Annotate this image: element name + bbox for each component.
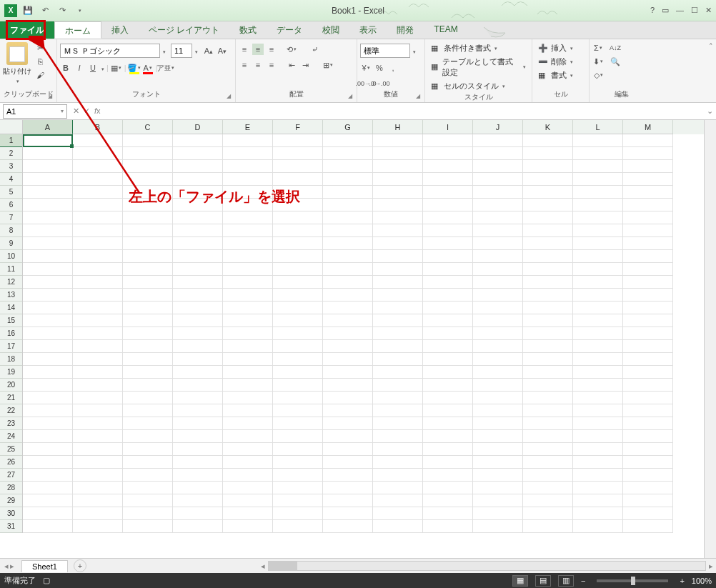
delete-cells-button[interactable]: ➖削除 bbox=[535, 56, 576, 68]
cell[interactable] bbox=[23, 353, 73, 366]
cell[interactable] bbox=[623, 199, 673, 211]
cell[interactable] bbox=[473, 250, 523, 263]
cell[interactable] bbox=[323, 482, 373, 494]
cell[interactable] bbox=[173, 173, 223, 186]
cell[interactable] bbox=[373, 366, 423, 379]
cell[interactable] bbox=[473, 417, 523, 430]
cell[interactable] bbox=[523, 366, 573, 379]
cell[interactable] bbox=[323, 392, 373, 404]
cell[interactable] bbox=[573, 224, 623, 237]
cell[interactable] bbox=[173, 404, 223, 417]
cell[interactable] bbox=[23, 392, 73, 404]
cell[interactable] bbox=[523, 147, 573, 160]
tab-review[interactable]: 校閲 bbox=[312, 21, 349, 39]
cell[interactable] bbox=[273, 417, 323, 430]
cell[interactable] bbox=[73, 379, 123, 392]
cell[interactable] bbox=[323, 456, 373, 469]
cell[interactable] bbox=[523, 353, 573, 366]
cell[interactable] bbox=[423, 366, 473, 379]
fx-icon[interactable]: fx bbox=[94, 106, 101, 116]
row-header[interactable]: 19 bbox=[0, 366, 22, 379]
cell[interactable] bbox=[173, 469, 223, 482]
cell[interactable] bbox=[273, 314, 323, 327]
cell[interactable] bbox=[523, 392, 573, 404]
cell[interactable] bbox=[323, 353, 373, 366]
cell[interactable] bbox=[23, 314, 73, 327]
cell[interactable] bbox=[423, 276, 473, 289]
cell[interactable] bbox=[623, 353, 673, 366]
tab-formulas[interactable]: 数式 bbox=[229, 21, 267, 39]
cell[interactable] bbox=[623, 469, 673, 482]
cell[interactable] bbox=[273, 147, 323, 160]
cell[interactable] bbox=[323, 379, 373, 392]
cell[interactable] bbox=[523, 224, 573, 237]
cell[interactable] bbox=[223, 289, 273, 302]
cell[interactable] bbox=[123, 276, 173, 289]
cell[interactable] bbox=[473, 327, 523, 340]
cell[interactable] bbox=[73, 263, 123, 276]
cell[interactable] bbox=[323, 327, 373, 340]
font-name-combo[interactable] bbox=[60, 44, 160, 58]
bold-button[interactable]: B bbox=[60, 62, 71, 74]
cell[interactable] bbox=[273, 173, 323, 186]
cell[interactable] bbox=[73, 327, 123, 340]
cell[interactable] bbox=[23, 507, 73, 520]
cell[interactable] bbox=[623, 494, 673, 507]
cell[interactable] bbox=[573, 314, 623, 327]
cell[interactable] bbox=[623, 147, 673, 160]
cell[interactable] bbox=[223, 276, 273, 289]
cut-icon[interactable]: ✂ bbox=[34, 42, 46, 54]
accounting-format-icon[interactable]: ¥ bbox=[360, 62, 372, 74]
cell[interactable] bbox=[473, 186, 523, 199]
cell[interactable] bbox=[523, 430, 573, 443]
cell[interactable] bbox=[273, 520, 323, 533]
cell[interactable] bbox=[223, 340, 273, 353]
align-middle-icon[interactable]: ≡ bbox=[252, 44, 264, 55]
cell[interactable] bbox=[523, 302, 573, 314]
cell[interactable] bbox=[623, 224, 673, 237]
cell[interactable] bbox=[323, 186, 373, 199]
cell[interactable] bbox=[273, 469, 323, 482]
cell[interactable] bbox=[73, 289, 123, 302]
cell[interactable] bbox=[623, 134, 673, 147]
cell[interactable] bbox=[473, 507, 523, 520]
cell[interactable] bbox=[73, 314, 123, 327]
cell[interactable] bbox=[273, 392, 323, 404]
cell[interactable] bbox=[523, 250, 573, 263]
ribbon-options-icon[interactable]: ▭ bbox=[662, 6, 669, 15]
cell[interactable] bbox=[473, 173, 523, 186]
row-header[interactable]: 20 bbox=[0, 379, 22, 392]
cell[interactable] bbox=[473, 211, 523, 224]
cell[interactable] bbox=[323, 314, 373, 327]
cell[interactable] bbox=[323, 340, 373, 353]
column-header[interactable]: C bbox=[123, 120, 173, 134]
cell[interactable] bbox=[123, 482, 173, 494]
cell[interactable] bbox=[223, 507, 273, 520]
comma-format-icon[interactable]: , bbox=[387, 62, 399, 74]
cell[interactable] bbox=[573, 276, 623, 289]
column-header[interactable]: A bbox=[23, 120, 73, 134]
cell[interactable] bbox=[623, 392, 673, 404]
cell[interactable] bbox=[423, 289, 473, 302]
cell-styles-button[interactable]: ▦セルのスタイル bbox=[428, 80, 508, 92]
cell[interactable] bbox=[23, 237, 73, 250]
cell[interactable] bbox=[73, 199, 123, 211]
cell[interactable] bbox=[173, 314, 223, 327]
cell[interactable] bbox=[273, 494, 323, 507]
cell[interactable] bbox=[473, 353, 523, 366]
cell[interactable] bbox=[173, 430, 223, 443]
cell[interactable] bbox=[123, 199, 173, 211]
cell[interactable] bbox=[73, 250, 123, 263]
row-header[interactable]: 15 bbox=[0, 314, 22, 327]
cell[interactable] bbox=[473, 456, 523, 469]
cell[interactable] bbox=[323, 404, 373, 417]
format-as-table-button[interactable]: ▦テーブルとして書式設定 bbox=[428, 56, 529, 79]
tab-data[interactable]: データ bbox=[267, 21, 312, 39]
row-header[interactable]: 12 bbox=[0, 276, 22, 289]
cell[interactable] bbox=[73, 494, 123, 507]
row-header[interactable]: 18 bbox=[0, 353, 22, 366]
cell[interactable] bbox=[323, 289, 373, 302]
cell[interactable] bbox=[623, 520, 673, 533]
cell[interactable] bbox=[423, 482, 473, 494]
cell[interactable] bbox=[73, 392, 123, 404]
